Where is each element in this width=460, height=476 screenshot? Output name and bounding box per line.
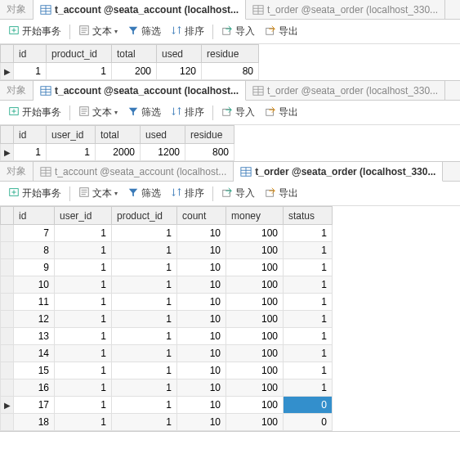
column-header[interactable]: residue — [202, 45, 259, 63]
tab-object[interactable]: 对象 — [0, 162, 33, 181]
filter-button[interactable]: 筛选 — [124, 104, 164, 121]
table-cell[interactable]: 100 — [226, 345, 284, 362]
column-header[interactable]: used — [141, 126, 185, 144]
table-cell[interactable]: 10 — [177, 379, 226, 397]
table-cell[interactable]: 1 — [284, 294, 333, 311]
table-cell[interactable]: 80 — [202, 63, 259, 80]
table-cell[interactable]: 1 — [112, 362, 177, 379]
table-cell[interactable]: 1 — [14, 63, 47, 80]
table-cell[interactable]: 100 — [226, 362, 284, 379]
table-cell[interactable]: 1 — [55, 225, 112, 242]
table-cell[interactable]: 1 — [14, 144, 47, 161]
table-row[interactable]: 1111101001 — [1, 294, 333, 311]
tab-account[interactable]: t_account @seata_account (localhost... — [33, 162, 234, 181]
table-cell[interactable]: 100 — [226, 259, 284, 276]
column-header[interactable]: user_id — [55, 207, 112, 225]
table-cell[interactable]: 1 — [284, 345, 333, 362]
table-row[interactable]: 1511101001 — [1, 362, 333, 379]
table-cell[interactable]: 1 — [112, 242, 177, 259]
table-row[interactable]: 711101001 — [1, 225, 333, 242]
table-cell[interactable]: 1 — [55, 294, 112, 311]
table-cell[interactable]: 1 — [55, 397, 112, 414]
table-cell[interactable]: 9 — [14, 259, 55, 276]
column-header[interactable]: total — [112, 45, 157, 63]
table-cell[interactable]: 100 — [226, 294, 284, 311]
table-row[interactable]: 1811101000 — [1, 414, 333, 431]
data-table-1[interactable]: idproduct_idtotalusedresidue▶1120012080 — [0, 44, 259, 80]
table-cell[interactable]: 10 — [177, 345, 226, 362]
column-header[interactable]: count — [177, 207, 226, 225]
row-header[interactable] — [1, 294, 14, 311]
table-cell[interactable]: 2000 — [96, 144, 141, 161]
table-cell[interactable]: 1 — [55, 259, 112, 276]
export-button[interactable]: 导出 — [261, 185, 301, 202]
table-cell[interactable]: 1 — [55, 328, 112, 345]
table-cell[interactable]: 1 — [47, 144, 96, 161]
table-cell[interactable]: 1 — [55, 311, 112, 328]
row-header[interactable]: ▶ — [1, 144, 14, 161]
table-cell[interactable]: 0 — [284, 397, 333, 414]
begin-transaction-button[interactable]: 开始事务 — [5, 185, 65, 202]
table-cell[interactable]: 120 — [157, 63, 202, 80]
tab-object[interactable]: 对象 — [0, 0, 33, 19]
tab-order[interactable]: t_order @seata_order (localhost_330... — [246, 81, 445, 100]
table-row[interactable]: 811101001 — [1, 242, 333, 259]
table-cell[interactable]: 1 — [112, 259, 177, 276]
row-header[interactable] — [1, 311, 14, 328]
import-button[interactable]: 导入 — [218, 23, 258, 40]
row-header[interactable] — [1, 328, 14, 345]
table-cell[interactable]: 1 — [55, 345, 112, 362]
begin-transaction-button[interactable]: 开始事务 — [5, 104, 65, 121]
import-button[interactable]: 导入 — [218, 185, 258, 202]
column-header[interactable]: product_id — [47, 45, 112, 63]
table-cell[interactable]: 1 — [112, 414, 177, 431]
column-header[interactable]: user_id — [47, 126, 96, 144]
table-cell[interactable]: 1 — [55, 414, 112, 431]
tab-order[interactable]: t_order @seata_order (localhost_330... — [234, 162, 443, 182]
table-cell[interactable]: 12 — [14, 311, 55, 328]
table-row[interactable]: 1611101001 — [1, 379, 333, 397]
table-cell[interactable]: 10 — [177, 397, 226, 414]
table-row[interactable]: 911101001 — [1, 259, 333, 276]
table-cell[interactable]: 100 — [226, 276, 284, 294]
sort-button[interactable]: 排序 — [167, 185, 208, 202]
table-cell[interactable]: 1 — [112, 328, 177, 345]
table-cell[interactable]: 11 — [14, 294, 55, 311]
tab-account[interactable]: t_account @seata_account (localhost... — [33, 0, 246, 20]
table-cell[interactable]: 7 — [14, 225, 55, 242]
tab-order[interactable]: t_order @seata_order (localhost_330... — [246, 0, 445, 19]
table-cell[interactable]: 1 — [284, 379, 333, 397]
table-cell[interactable]: 1 — [112, 311, 177, 328]
table-cell[interactable]: 1 — [284, 328, 333, 345]
tab-object[interactable]: 对象 — [0, 81, 33, 100]
table-cell[interactable]: 1 — [55, 379, 112, 397]
table-cell[interactable]: 100 — [226, 242, 284, 259]
column-header[interactable]: product_id — [112, 207, 177, 225]
row-header[interactable] — [1, 225, 14, 242]
table-cell[interactable]: 10 — [177, 294, 226, 311]
table-cell[interactable]: 8 — [14, 242, 55, 259]
table-cell[interactable]: 100 — [226, 225, 284, 242]
table-row[interactable]: 1311101001 — [1, 328, 333, 345]
row-header[interactable] — [1, 362, 14, 379]
column-header[interactable]: id — [14, 207, 55, 225]
tab-account[interactable]: t_account @seata_account (localhost... — [33, 81, 246, 101]
table-cell[interactable]: 100 — [226, 397, 284, 414]
row-header[interactable] — [1, 379, 14, 397]
table-cell[interactable]: 1 — [112, 379, 177, 397]
table-cell[interactable]: 1 — [284, 225, 333, 242]
table-cell[interactable]: 1 — [112, 294, 177, 311]
table-cell[interactable]: 15 — [14, 362, 55, 379]
data-table-3[interactable]: iduser_idproduct_idcountmoneystatus71110… — [0, 206, 333, 431]
table-cell[interactable]: 10 — [177, 328, 226, 345]
table-row[interactable]: ▶1120012080 — [1, 63, 259, 80]
table-cell[interactable]: 0 — [284, 414, 333, 431]
table-row[interactable]: 1211101001 — [1, 311, 333, 328]
table-cell[interactable]: 1 — [284, 362, 333, 379]
table-cell[interactable]: 18 — [14, 414, 55, 431]
table-cell[interactable]: 10 — [177, 276, 226, 294]
table-cell[interactable]: 100 — [226, 328, 284, 345]
filter-button[interactable]: 筛选 — [124, 185, 164, 202]
row-header[interactable] — [1, 242, 14, 259]
import-button[interactable]: 导入 — [218, 104, 258, 121]
